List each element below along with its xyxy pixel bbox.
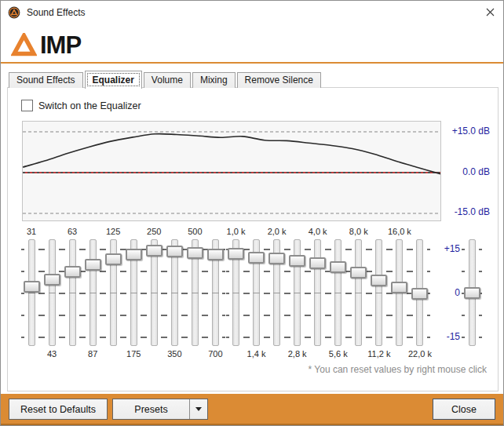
- eq-band-slider-zero-notch: [110, 293, 117, 293]
- eq-band-slider-zero-notch: [49, 293, 56, 293]
- tab-strip: Sound Effects Equalizer Volume Mixing Re…: [9, 70, 323, 88]
- tick-dash: [349, 293, 352, 294]
- tab-sound-effects[interactable]: Sound Effects: [9, 72, 83, 88]
- tab-remove-silence[interactable]: Remove Silence: [237, 72, 321, 88]
- title-bar: Sound Effects: [1, 1, 503, 24]
- eq-band-slider-zero-notch: [355, 293, 362, 293]
- tab-mixing[interactable]: Mixing: [192, 72, 236, 88]
- tick-dash: [462, 337, 465, 338]
- eq-band-slider-thumb[interactable]: [330, 261, 346, 273]
- tick-dash: [267, 315, 270, 316]
- tick-dash: [226, 293, 229, 294]
- eq-band-slider-thumb[interactable]: [146, 245, 163, 257]
- eq-band-slider-thumb[interactable]: [85, 259, 101, 271]
- tab-volume[interactable]: Volume: [144, 72, 191, 88]
- preamp-slider-thumb[interactable]: [464, 287, 480, 299]
- tick-dash: [164, 293, 167, 294]
- tick-dash: [287, 271, 290, 272]
- tick-dash: [21, 271, 24, 272]
- presets-dropdown-arrow[interactable]: [190, 407, 207, 411]
- reset-to-defaults-button[interactable]: Reset to Defaults: [9, 399, 108, 420]
- eq-band-slider-thumb[interactable]: [105, 253, 122, 265]
- eq-band-slider-thumb[interactable]: [166, 246, 183, 257]
- aimp-logo-triangle-icon: [11, 33, 37, 56]
- tick-dash: [328, 249, 331, 250]
- eq-band-slider-thumb[interactable]: [24, 281, 40, 293]
- tick-dash: [62, 315, 65, 316]
- slider-scale-zero: 0: [429, 287, 460, 298]
- tick-dash: [328, 337, 331, 338]
- eq-band-slider-thumb[interactable]: [44, 274, 60, 286]
- tab-equalizer[interactable]: Equalizer: [85, 71, 142, 89]
- eq-band-slider-thumb[interactable]: [248, 252, 265, 264]
- eq-band-slider-thumb[interactable]: [350, 267, 367, 279]
- eq-band-slider-thumb[interactable]: [207, 249, 224, 260]
- presets-button-label[interactable]: Presets: [113, 404, 189, 415]
- tick-dash: [226, 315, 229, 316]
- tick-dash: [410, 337, 413, 338]
- eq-band-slider-thumb[interactable]: [64, 266, 81, 278]
- tick-dash: [479, 249, 482, 250]
- eq-band-slider-thumb[interactable]: [228, 248, 244, 260]
- tick-dash: [184, 315, 188, 316]
- tick-dash: [479, 315, 482, 316]
- tick-dash: [479, 337, 482, 338]
- tick-dash: [369, 315, 372, 316]
- eq-band-slider-zero-notch: [171, 293, 178, 293]
- tick-dash: [82, 249, 86, 250]
- eq-band-slider-zero-notch: [151, 293, 158, 293]
- eq-band-slider-zero-notch: [212, 293, 219, 293]
- tick-dash: [427, 315, 430, 316]
- tick-dash: [164, 271, 167, 272]
- tick-dash: [205, 293, 208, 294]
- tick-dash: [308, 315, 311, 316]
- eq-band-frequency-label: 2,0 k: [260, 227, 294, 236]
- tick-dash: [144, 315, 147, 316]
- tick-dash: [184, 337, 188, 338]
- tick-dash: [82, 293, 86, 294]
- sound-effects-dialog: Sound Effects IMP Sound Effects Equalize…: [0, 0, 504, 426]
- eq-band-slider-zero-notch: [375, 293, 382, 293]
- eq-band-slider-zero-notch: [314, 293, 321, 293]
- tick-dash: [164, 315, 167, 316]
- eq-band-slider-thumb[interactable]: [187, 247, 203, 259]
- tick-dash: [144, 293, 147, 294]
- tick-dash: [479, 271, 482, 272]
- eq-band-slider-thumb[interactable]: [411, 288, 428, 300]
- eq-band-frequency-label: 63: [55, 227, 89, 236]
- close-button[interactable]: Close: [433, 399, 495, 420]
- tick-dash: [267, 271, 270, 272]
- tick-dash: [267, 293, 270, 294]
- eq-band-slider-thumb[interactable]: [309, 257, 326, 269]
- accent-divider: [1, 62, 503, 64]
- close-icon[interactable]: [477, 1, 503, 23]
- slider-scale-minus15: -15: [429, 331, 460, 342]
- eq-band-slider-zero-notch: [69, 293, 76, 293]
- eq-band-slider-zero-notch: [192, 293, 199, 293]
- eq-band-slider-thumb[interactable]: [268, 253, 285, 264]
- tick-dash: [123, 337, 126, 338]
- presets-split-button[interactable]: Presets: [112, 399, 208, 420]
- chevron-down-icon: [195, 407, 202, 411]
- eq-band-frequency-label: 1,0 k: [219, 227, 254, 236]
- eq-band-slider-thumb[interactable]: [391, 282, 407, 293]
- tick-dash: [267, 337, 270, 338]
- eq-band-frequency-label: 4,0 k: [301, 227, 335, 236]
- eq-band-slider-thumb[interactable]: [126, 249, 142, 260]
- tick-dash: [144, 271, 147, 272]
- tick-dash: [62, 249, 65, 250]
- eq-band-slider-zero-notch: [294, 293, 301, 293]
- eq-band-slider-thumb[interactable]: [371, 275, 387, 286]
- tick-dash: [21, 293, 24, 294]
- eq-band-slider-zero-notch: [130, 293, 137, 293]
- equalizer-tab-panel: Switch on the Equalizer +15.0 dB 0.0 dB …: [7, 87, 499, 391]
- tick-dash: [82, 315, 86, 316]
- eq-band-frequency-label: 175: [116, 349, 151, 359]
- eq-band-slider-thumb[interactable]: [289, 255, 305, 267]
- tick-dash: [369, 337, 372, 338]
- tick-dash: [308, 337, 311, 338]
- tick-dash: [144, 337, 147, 338]
- eq-band-frequency-label: 350: [157, 349, 192, 359]
- tick-dash: [308, 249, 311, 250]
- tick-dash: [21, 249, 24, 250]
